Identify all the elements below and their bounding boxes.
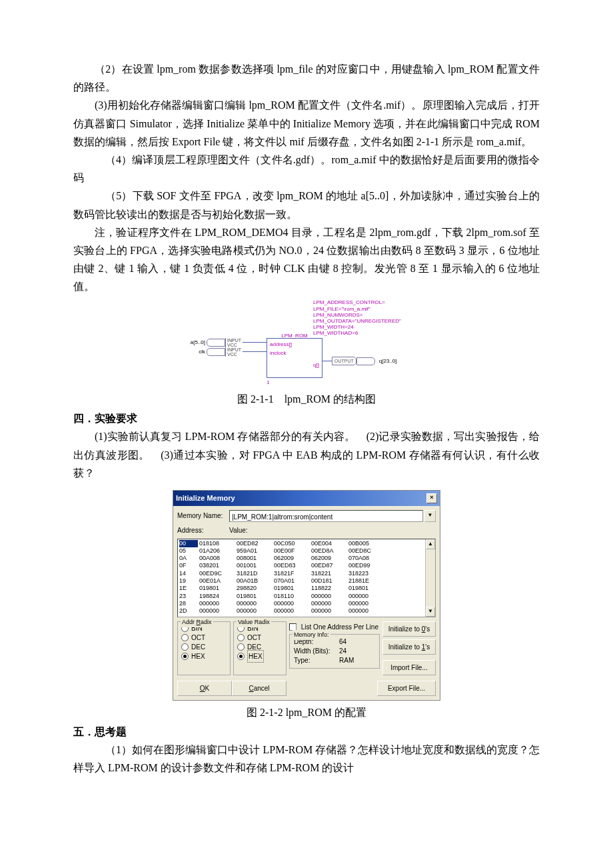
scroll-up-icon[interactable]: ▲ — [426, 539, 435, 549]
value-cell[interactable]: 018108 — [199, 540, 237, 547]
initialize-to-0-button[interactable]: Initialize to 0's — [382, 621, 436, 637]
value-cell[interactable]: 000000 — [274, 607, 311, 615]
value-cell[interactable]: 198824 — [199, 593, 237, 600]
value-cell[interactable]: 00ED8C — [348, 547, 386, 555]
lpm-rom-title: LPM_ROM — [267, 331, 322, 341]
value-cell[interactable]: 000000 — [348, 600, 386, 607]
dialog-titlebar[interactable]: Initialize Memory × — [173, 491, 440, 506]
value-cell[interactable]: 019801 — [237, 593, 274, 600]
fig-2-1-2-caption: 图 2-1-2 lpm_ROM 的配置 — [73, 703, 540, 721]
value-grid: 01810801A20600A00803820100ED9C00E01A0198… — [199, 539, 425, 617]
value-cell[interactable]: 019801 — [274, 585, 311, 592]
meminfo-type-value: RAM — [339, 656, 354, 665]
fig-2-1-1-caption: 图 2-1-1 lpm_ROM 的结构图 — [73, 390, 540, 408]
value-cell[interactable]: 298820 — [237, 585, 274, 592]
address-cell[interactable]: 0A — [179, 555, 198, 562]
signal-clk-label: clk — [187, 347, 207, 357]
value-cell[interactable]: 000000 — [274, 600, 311, 607]
value-cell[interactable]: 000000 — [311, 593, 348, 600]
memory-grid[interactable]: 00050A0F14191E23282D 01810801A20600A0080… — [177, 539, 436, 617]
export-file-button[interactable]: Export File... — [377, 681, 436, 696]
para-step4: （4）编译顶层工程原理图文件（文件名.gdf）。rom_a.mif 中的数据恰好… — [73, 151, 540, 187]
value-cell[interactable]: 000000 — [237, 600, 274, 607]
address-cell[interactable]: 1E — [179, 585, 198, 592]
value-cell[interactable]: 00ED9C — [199, 570, 237, 577]
address-cell[interactable]: 2D — [179, 607, 198, 615]
value-cell[interactable]: 00A008 — [199, 555, 237, 562]
value-cell[interactable]: 00A01B — [237, 577, 274, 585]
value-cell[interactable]: 070A08 — [348, 555, 386, 562]
lpm-param-block: LPM_ADDRESS_CONTROL= LPM_FILE="\rom_a.mi… — [313, 299, 426, 336]
value-radix-group: Value Radix BIN OCT DEC HEX — [233, 621, 287, 675]
value-cell[interactable]: 019801 — [199, 585, 237, 592]
value-cell[interactable]: 001001 — [237, 562, 274, 569]
value-cell[interactable]: 000000 — [311, 607, 348, 615]
value-cell[interactable]: 31821F — [274, 570, 311, 577]
memory-name-dropdown[interactable]: ▼ — [424, 510, 436, 522]
value-cell[interactable]: 00C050 — [274, 540, 311, 547]
value-cell[interactable]: 000000 — [199, 607, 237, 615]
scrollbar[interactable]: ▲ ▼ — [425, 539, 435, 617]
value-cell[interactable]: 000000 — [237, 607, 274, 615]
value-cell[interactable]: 062009 — [274, 555, 311, 562]
value-header: Value: — [229, 525, 248, 536]
address-cell[interactable]: 23 — [179, 593, 198, 600]
value-cell[interactable]: 019801 — [348, 585, 386, 592]
wire — [243, 351, 267, 352]
value-cell[interactable]: 31821D — [237, 570, 274, 577]
cancel-button[interactable]: Cancel — [232, 681, 287, 696]
ok-button[interactable]: OK — [177, 681, 232, 696]
value-column: 00C05000E00F06200900ED8331821F070A010198… — [274, 540, 311, 616]
value-cell[interactable]: 00ED83 — [274, 562, 311, 569]
address-cell[interactable]: 0F — [179, 562, 198, 569]
value-cell[interactable]: 118822 — [311, 585, 348, 592]
value-cell[interactable]: 21881E — [348, 577, 386, 585]
value-cell[interactable]: 01A206 — [199, 547, 237, 555]
addr-radix-group: Addr Radix BIN OCT DEC HEX — [177, 621, 231, 675]
memory-name-field[interactable]: |LPM_ROM:1|altrom:srom|content — [229, 510, 423, 522]
value-cell[interactable]: 00E00F — [274, 547, 311, 555]
value-cell[interactable]: 000000 — [199, 600, 237, 607]
value-cell[interactable]: 008001 — [237, 555, 274, 562]
value-cell[interactable]: 018110 — [274, 593, 311, 600]
value-cell[interactable]: 00ED8A — [311, 547, 348, 555]
address-cell[interactable]: 05 — [179, 547, 198, 555]
output-tag: OUTPUT — [332, 357, 356, 366]
section-4-heading: 四．实验要求 — [73, 409, 540, 427]
import-file-button[interactable]: Import File... — [382, 660, 436, 675]
initialize-to-1-button[interactable]: Initialize to 1's — [382, 639, 436, 655]
value-cell[interactable]: 000000 — [348, 607, 386, 615]
port-inclock: inclock — [270, 349, 319, 358]
value-cell[interactable]: 062009 — [311, 555, 348, 562]
value-cell[interactable]: 070A01 — [274, 577, 311, 585]
value-cell[interactable]: 00ED99 — [348, 562, 386, 569]
value-cell[interactable]: 00ED87 — [311, 562, 348, 569]
addr-radix-hex[interactable]: HEX — [181, 652, 227, 661]
value-cell[interactable]: 00D181 — [311, 577, 348, 585]
address-cell[interactable]: 19 — [179, 577, 198, 585]
value-cell[interactable]: 00E01A — [199, 577, 237, 585]
value-cell[interactable]: 959A01 — [237, 547, 274, 555]
scroll-down-icon[interactable]: ▼ — [426, 607, 435, 617]
meminfo-depth-value: 64 — [339, 637, 346, 647]
address-cell[interactable]: 00 — [179, 540, 198, 547]
value-column: 00B00500ED8C070A0800ED9931822321881E0198… — [348, 540, 386, 616]
input-tag: INPUTVCC — [225, 347, 243, 357]
address-cell[interactable]: 14 — [179, 570, 198, 577]
value-cell[interactable]: 000000 — [311, 600, 348, 607]
value-column: 00ED82959A0100800100100131821D00A01B2988… — [237, 540, 274, 616]
fig-2-1-1-schematic: LPM_ADDRESS_CONTROL= LPM_FILE="\rom_a.mi… — [187, 299, 426, 387]
value-cell[interactable]: 00ED82 — [237, 540, 274, 547]
value-cell[interactable]: 00B005 — [348, 540, 386, 547]
section-4-body: (1)实验前认真复习 LPM-ROM 存储器部分的有关内容。 (2)记录实验数据… — [73, 427, 540, 482]
value-cell[interactable]: 000000 — [348, 593, 386, 600]
close-button[interactable]: × — [426, 493, 437, 503]
meminfo-type-label: Type: — [294, 656, 339, 665]
value-cell[interactable]: 038201 — [199, 562, 237, 569]
value-cell[interactable]: 00E004 — [311, 540, 348, 547]
value-radix-hex[interactable]: HEX — [237, 652, 283, 661]
value-cell[interactable]: 318223 — [348, 570, 386, 577]
address-cell[interactable]: 28 — [179, 600, 198, 607]
address-header: Address: — [177, 525, 229, 536]
value-cell[interactable]: 318221 — [311, 570, 348, 577]
